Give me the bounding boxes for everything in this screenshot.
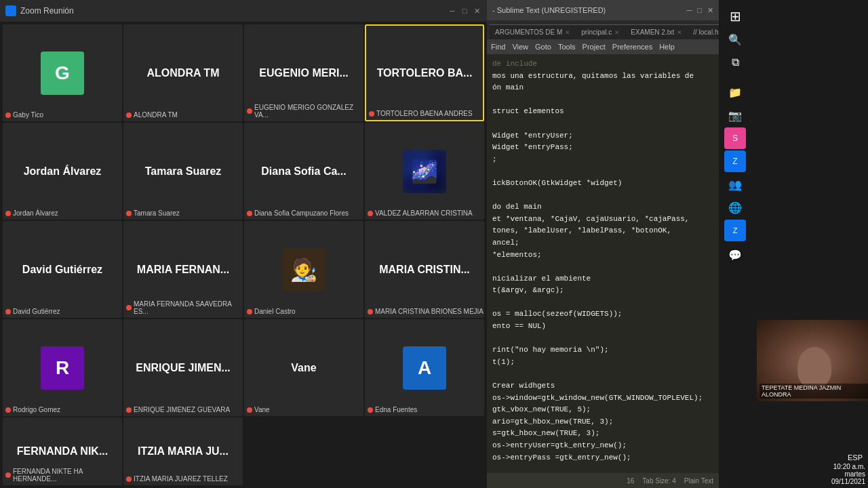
participant-name-label: Vane: [254, 406, 270, 413]
code-line: et *ventana, *CajaV, cajaUsuario, *cajaP…: [492, 214, 713, 226]
sublime-close[interactable]: ✕: [707, 6, 713, 15]
participant-cell[interactable]: 🧑‍🎨Daniel Castro: [244, 221, 363, 318]
mic-muted-icon: [126, 113, 132, 118]
participant-cell[interactable]: ITZIA MARIA JU...ITZIA MARIA JUAREZ TELL…: [123, 418, 243, 485]
start-button[interactable]: ⊞: [724, 5, 746, 27]
sublime-tabs: ARGUMENTOS DE M✕principal.c✕EXAMEN 2.txt…: [487, 20, 719, 39]
right-panel: ⊞ 🔍 ⧉ 📁 📷 S Z 👥 🌐 Z 💬 TEPETATE MEDINA JA…: [719, 0, 868, 488]
participant-cell[interactable]: MARIA CRISTIN...MARIA CRISTINA BRIONES M…: [365, 221, 484, 318]
code-line: t(&argv, &argc);: [492, 285, 713, 297]
code-line: ickBotonOK(GtkWidget *widget): [492, 178, 713, 190]
tab-size: Tab Size: 4: [642, 477, 675, 485]
code-line: nicializar el ambiente: [492, 273, 713, 285]
participant-name-label: Edna Fuentes: [375, 406, 417, 413]
participant-cell[interactable]: TORTOLERO BA...TORTOLERO BAENA ANDRES: [365, 24, 484, 121]
menu-item[interactable]: Preferences: [612, 43, 652, 51]
window-controls[interactable]: ─ □ ✕: [448, 6, 481, 16]
participant-name-label: David Gutiérrez: [13, 308, 60, 315]
code-line: [492, 333, 713, 345]
clock-area: ESP 10:20 a.m. martes 09/11/2021: [751, 449, 868, 488]
participant-display-name: FERNANDA NIK...: [13, 445, 113, 458]
zoom-taskbar[interactable]: Z: [724, 220, 746, 241]
chat-taskbar[interactable]: 💬: [724, 244, 746, 266]
participant-display-name: TORTOLERO BA...: [373, 67, 477, 79]
participant-cell[interactable]: RRodrigo Gomez: [3, 319, 122, 416]
maximize-button[interactable]: □: [460, 6, 469, 16]
participant-cell[interactable]: ALONDRA TMALONDRA TM: [123, 24, 243, 121]
search-taskbar[interactable]: 🔍: [724, 28, 746, 50]
empty-cell: [244, 418, 363, 485]
participant-cell[interactable]: 🌌VALDEZ ALBARRAN CRISTINA: [365, 123, 484, 220]
participant-cell[interactable]: Tamara SuarezTamara Suarez: [123, 123, 243, 220]
menu-item[interactable]: Tools: [558, 43, 576, 51]
participant-display-name: Tamara Suarez: [141, 165, 226, 178]
menu-item[interactable]: Find: [491, 43, 505, 51]
taskbar-icons: ⊞ 🔍 ⧉ 📁 📷 S Z 👥 🌐 Z 💬: [719, 0, 751, 271]
code-line: rint("no hay memoria \n");: [492, 344, 713, 357]
app2-active[interactable]: Z: [724, 150, 746, 172]
participant-display-name: ITZIA MARIA JU...: [134, 445, 233, 458]
menu-item[interactable]: View: [512, 43, 528, 51]
camera-app[interactable]: 📷: [724, 104, 746, 126]
code-line: [492, 94, 713, 106]
participant-cell[interactable]: MARIA FERNAN...MARIA FERNANDA SAAVEDRA E…: [123, 221, 243, 318]
sublime-window: - Sublime Text (UNREGISTERED) ─ □ ✕ ARGU…: [487, 0, 719, 488]
sublime-minimize[interactable]: ─: [687, 6, 692, 15]
mic-muted-icon: [369, 111, 374, 117]
language-badge: ESP: [845, 452, 865, 463]
close-button[interactable]: ✕: [472, 6, 481, 16]
title-bar: Zoom Reunión ─ □ ✕: [0, 0, 487, 22]
chrome[interactable]: 🌐: [724, 197, 746, 218]
participant-display-name: ALONDRA TM: [143, 67, 224, 79]
mic-muted-icon: [126, 211, 132, 216]
participant-name-label: ALONDRA TM: [134, 111, 178, 119]
participant-cell[interactable]: VaneVane: [244, 319, 363, 416]
participant-cell[interactable]: Jordan ÁlvarezJordan Álvarez: [3, 123, 122, 220]
sublime-tab[interactable]: EXAMEN 2.txt✕: [625, 24, 688, 39]
code-line: ario=gtk_hbox_new(TRUE, 3);: [492, 416, 713, 428]
taskview[interactable]: ⧉: [724, 52, 746, 73]
sublime-tab[interactable]: ARGUMENTOS DE M✕: [490, 24, 576, 39]
code-line: s=gtk_hbox_new(TRUE, 3);: [492, 428, 713, 440]
participant-cell[interactable]: David GutiérrezDavid Gutiérrez: [3, 221, 122, 318]
mic-muted-icon: [368, 211, 373, 216]
code-line: os->entryPass =gtk_entry_new();: [492, 452, 713, 464]
participant-cell[interactable]: AEdna Fuentes: [365, 319, 484, 416]
participant-cell[interactable]: FERNANDA NIK...FERNANDA NIKTE HA HERNAND…: [3, 418, 122, 485]
participant-display-name: Jordan Álvarez: [20, 165, 106, 178]
mic-muted-icon: [126, 407, 132, 413]
mic-muted-icon: [5, 211, 11, 216]
mic-muted-icon: [5, 472, 11, 478]
teams[interactable]: 👥: [724, 174, 746, 195]
participant-display-name: MARIA CRISTIN...: [375, 264, 474, 276]
code-line: do del main: [492, 201, 713, 214]
time-display: 10:20 a.m.: [833, 463, 865, 470]
sublime-tab[interactable]: principal.c✕: [576, 24, 625, 39]
code-line: [492, 261, 713, 273]
menu-item[interactable]: Help: [659, 43, 675, 51]
code-line: [492, 368, 713, 380]
code-editor[interactable]: de includemos una estructura, quitamos l…: [487, 54, 719, 473]
participant-cell[interactable]: GGaby Tico: [3, 24, 122, 121]
code-line: t(1);: [492, 357, 713, 369]
code-line: [492, 118, 713, 130]
code-line: Widget *entryPass;: [492, 142, 713, 154]
menu-item[interactable]: Goto: [535, 43, 551, 51]
participant-cell[interactable]: Diana Sofia Ca...Diana Sofia Campuzano F…: [244, 123, 363, 220]
participant-cell[interactable]: ENRIQUE JIMEN...ENRIQUE JIMENEZ GUEVARA: [123, 319, 243, 416]
app1[interactable]: S: [724, 127, 746, 149]
file-explorer[interactable]: 📁: [724, 81, 746, 103]
code-line: [492, 297, 713, 309]
mic-muted-icon: [5, 113, 11, 118]
minimize-button[interactable]: ─: [448, 6, 457, 16]
code-line: [492, 165, 713, 178]
sublime-maximize[interactable]: □: [697, 6, 702, 15]
sublime-tab[interactable]: // local.h✕: [688, 24, 719, 39]
mic-muted-icon: [247, 309, 252, 314]
day-display: martes: [844, 470, 865, 478]
participant-name-label: VALDEZ ALBARRAN CRISTINA: [375, 209, 473, 217]
menu-item[interactable]: Project: [583, 43, 606, 51]
participant-cell[interactable]: EUGENIO MERI...EUGENIO MERIGO GONZALEZ V…: [244, 24, 363, 121]
participant-name-label: MARIA CRISTINA BRIONES MEJIA: [375, 308, 484, 315]
participants-grid: GGaby TicoALONDRA TMALONDRA TMEUGENIO ME…: [0, 22, 487, 488]
